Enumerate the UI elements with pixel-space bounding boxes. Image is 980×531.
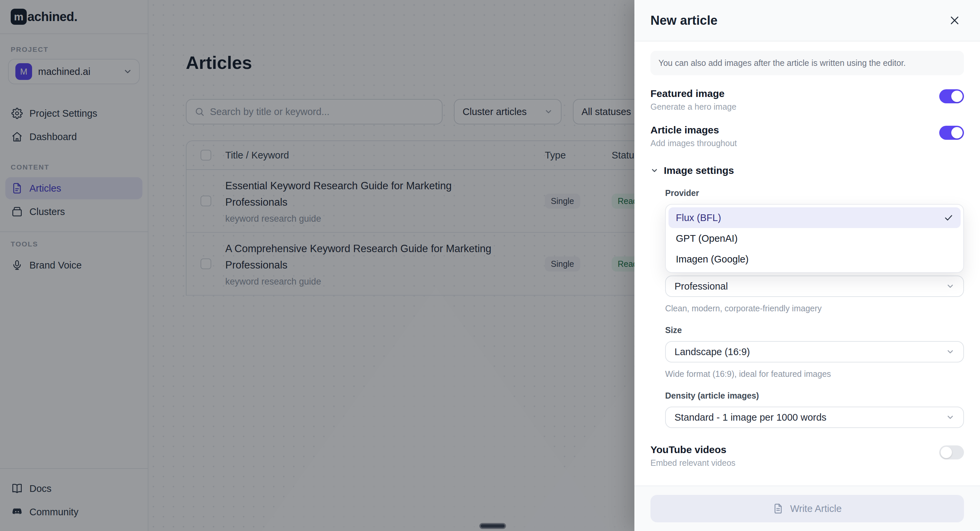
density-label: Density (article images) [665, 391, 964, 400]
document-icon [773, 503, 783, 514]
size-select-value: Landscape (16:9) [675, 346, 946, 357]
provider-dropdown: Flux (BFL) GPT (OpenAI) Imagen (Google) [665, 204, 964, 273]
featured-image-sublabel: Generate a hero image [651, 102, 939, 112]
youtube-videos-label: YouTube videos [651, 444, 939, 455]
chevron-down-icon [946, 282, 955, 290]
article-images-toggle[interactable] [939, 126, 964, 140]
image-settings-label: Image settings [664, 165, 734, 176]
featured-image-setting: Featured image Generate a hero image [651, 88, 964, 112]
youtube-videos-toggle[interactable] [939, 445, 964, 459]
close-icon[interactable] [945, 11, 964, 30]
size-select[interactable]: Landscape (16:9) [665, 341, 964, 362]
image-settings-collapse[interactable]: Image settings [651, 165, 964, 176]
provider-label: Provider [665, 188, 964, 198]
provider-option-flux[interactable]: Flux (BFL) [668, 207, 961, 228]
density-select[interactable]: Standard - 1 image per 1000 words [665, 407, 964, 428]
featured-image-label: Featured image [651, 88, 939, 99]
drawer-header: New article [635, 0, 980, 41]
size-label: Size [665, 325, 964, 335]
style-hint: Clean, modern, corporate-friendly imager… [665, 304, 964, 313]
youtube-videos-sublabel: Embed relevant videos [651, 458, 939, 468]
style-select-value: Professional [675, 281, 946, 292]
style-select[interactable]: Professional [665, 276, 964, 297]
article-images-setting: Article images Add images throughout [651, 124, 964, 148]
provider-option-label: GPT (OpenAI) [676, 233, 953, 244]
chevron-down-icon [946, 348, 955, 356]
drawer-title: New article [651, 13, 945, 28]
provider-option-gpt[interactable]: GPT (OpenAI) [668, 228, 961, 249]
featured-image-toggle[interactable] [939, 89, 964, 103]
new-article-drawer: New article You can also add images afte… [635, 0, 980, 531]
article-images-sublabel: Add images throughout [651, 139, 939, 148]
check-icon [944, 213, 953, 222]
density-select-value: Standard - 1 image per 1000 words [675, 412, 946, 423]
chevron-down-icon [946, 413, 955, 422]
youtube-videos-setting: YouTube videos Embed relevant videos [651, 444, 964, 468]
write-article-button[interactable]: Write Article [651, 495, 964, 522]
drawer-footer: Write Article [635, 486, 980, 531]
info-banner: You can also add images after the articl… [651, 51, 964, 75]
chevron-down-icon [651, 166, 659, 175]
provider-option-label: Flux (BFL) [676, 212, 944, 223]
write-article-label: Write Article [790, 503, 842, 514]
size-hint: Wide format (16:9), ideal for featured i… [665, 369, 964, 379]
article-images-label: Article images [651, 124, 939, 136]
provider-option-label: Imagen (Google) [676, 254, 953, 265]
provider-option-imagen[interactable]: Imagen (Google) [668, 249, 961, 269]
drawer-body: You can also add images after the articl… [635, 41, 980, 486]
